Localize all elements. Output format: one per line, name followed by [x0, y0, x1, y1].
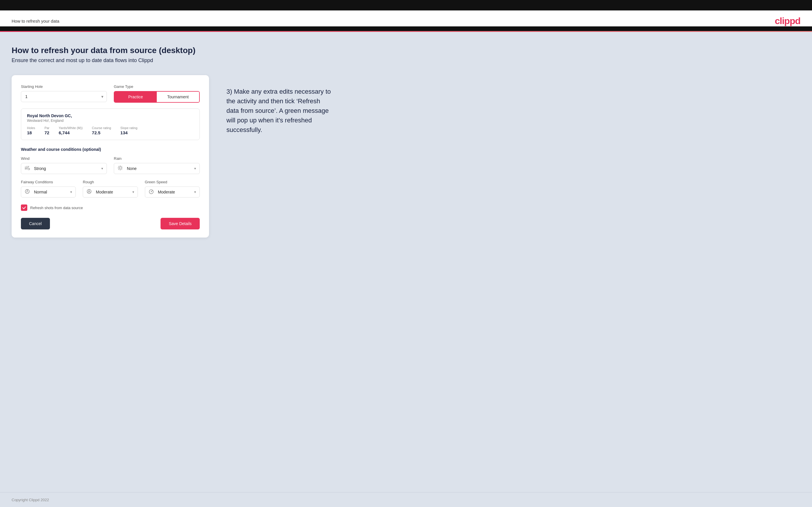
- holes-value: 18: [27, 130, 35, 135]
- top-bar: [0, 0, 812, 10]
- wind-label: Wind: [21, 156, 107, 161]
- logo: clippd: [775, 16, 800, 26]
- course-rating-value: 72.5: [92, 130, 111, 135]
- yards-value: 6,744: [59, 130, 83, 135]
- fairway-arrow-icon: ▾: [70, 190, 72, 194]
- fairway-group: Fairway Conditions Normal: [21, 180, 76, 198]
- tournament-button[interactable]: Tournament: [157, 92, 199, 102]
- course-info-box: Royal North Devon GC, Westward Ho!, Engl…: [21, 109, 200, 140]
- green-speed-label: Green Speed: [145, 180, 200, 184]
- rough-arrow-icon: ▾: [133, 190, 134, 194]
- conditions-title: Weather and course conditions (optional): [21, 147, 200, 152]
- svg-line-8: [118, 169, 119, 170]
- game-type-buttons: Practice Tournament: [114, 91, 200, 103]
- sidebar-text: 3) Make any extra edits necessary to the…: [226, 75, 331, 134]
- green-speed-icon: [149, 189, 154, 195]
- game-type-label: Game Type: [114, 84, 200, 89]
- conditions-row2: Fairway Conditions Normal: [21, 180, 200, 198]
- green-speed-group: Green Speed Moderate: [145, 180, 200, 198]
- rain-select-wrapper: None ▾: [114, 163, 200, 174]
- rough-icon: [87, 189, 92, 195]
- stat-slope: Slope rating 134: [120, 126, 138, 135]
- rain-label: Rain: [114, 156, 200, 161]
- starting-hole-select[interactable]: 1: [21, 91, 107, 102]
- cancel-button[interactable]: Cancel: [21, 218, 50, 229]
- svg-point-13: [151, 191, 152, 192]
- rough-select[interactable]: Moderate: [94, 187, 132, 197]
- top-form-row: Starting Hole 1 Game Type Practice Tourn…: [21, 84, 200, 103]
- sidebar-paragraph: 3) Make any extra edits necessary to the…: [226, 87, 331, 134]
- copyright-text: Copyright Clippd 2022: [12, 498, 49, 502]
- yards-label: Yards/White (M)): [59, 126, 83, 130]
- course-stats: Holes 18 Par 72 Yards/White (M)) 6,744 C…: [27, 126, 194, 135]
- header: How to refresh your data clippd: [0, 10, 812, 26]
- stat-course-rating: Course rating 72.5: [92, 126, 111, 135]
- page-heading: How to refresh your data from source (de…: [12, 46, 800, 55]
- fairway-icon: [25, 189, 30, 195]
- fairway-select-wrapper: Normal ▾: [21, 186, 76, 198]
- green-speed-select-wrapper: Moderate ▾: [145, 186, 200, 198]
- form-card: Starting Hole 1 Game Type Practice Tourn…: [12, 75, 209, 237]
- stat-par: Par 72: [44, 126, 49, 135]
- starting-hole-select-wrapper: 1: [21, 91, 107, 102]
- stat-holes: Holes 18: [27, 126, 35, 135]
- rough-label: Rough: [83, 180, 138, 184]
- starting-hole-label: Starting Hole: [21, 84, 107, 89]
- game-type-group: Game Type Practice Tournament: [114, 84, 200, 103]
- header-title: How to refresh your data: [12, 18, 59, 23]
- rain-arrow-icon: ▾: [194, 167, 196, 171]
- rain-icon: [117, 165, 123, 172]
- refresh-checkbox[interactable]: [21, 205, 27, 211]
- green-speed-arrow-icon: ▾: [194, 190, 196, 194]
- save-button[interactable]: Save Details: [160, 218, 200, 229]
- wind-select[interactable]: Strong: [32, 163, 101, 174]
- refresh-checkbox-label: Refresh shots from data source: [30, 206, 83, 210]
- practice-button[interactable]: Practice: [114, 92, 157, 102]
- fairway-label: Fairway Conditions: [21, 180, 76, 184]
- par-label: Par: [44, 126, 49, 130]
- refresh-checkbox-row: Refresh shots from data source: [21, 205, 200, 211]
- svg-point-0: [119, 167, 121, 169]
- course-name: Royal North Devon GC,: [27, 113, 194, 118]
- form-actions: Cancel Save Details: [21, 218, 200, 229]
- green-speed-select[interactable]: Moderate: [156, 187, 194, 197]
- rough-select-wrapper: Moderate ▾: [83, 186, 138, 198]
- content-row: Starting Hole 1 Game Type Practice Tourn…: [12, 75, 800, 237]
- rain-select[interactable]: None: [124, 163, 194, 174]
- wind-group: Wind Strong: [21, 156, 107, 174]
- main-content: How to refresh your data from source (de…: [0, 32, 812, 492]
- slope-value: 134: [120, 130, 138, 135]
- holes-label: Holes: [27, 126, 35, 130]
- page-subheading: Ensure the correct and most up to date d…: [12, 57, 800, 63]
- slope-label: Slope rating: [120, 126, 138, 130]
- wind-icon: [25, 166, 30, 171]
- course-rating-label: Course rating: [92, 126, 111, 130]
- footer: Copyright Clippd 2022: [0, 492, 812, 507]
- wind-rain-row: Wind Strong: [21, 156, 200, 174]
- course-location: Westward Ho!, England: [27, 119, 194, 123]
- svg-line-5: [118, 166, 119, 167]
- conditions-section: Weather and course conditions (optional)…: [21, 147, 200, 198]
- starting-hole-group: Starting Hole 1: [21, 84, 107, 103]
- fairway-select[interactable]: Normal: [32, 187, 70, 197]
- rain-group: Rain: [114, 156, 200, 174]
- stat-yards: Yards/White (M)) 6,744: [59, 126, 83, 135]
- par-value: 72: [44, 130, 49, 135]
- wind-arrow-icon: ▾: [101, 167, 103, 171]
- rough-group: Rough Moderate: [83, 180, 138, 198]
- wind-select-wrapper: Strong ▾: [21, 163, 107, 174]
